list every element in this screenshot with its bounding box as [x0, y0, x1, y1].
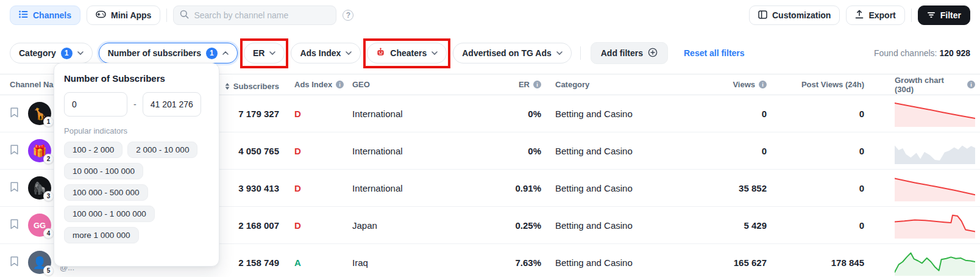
category-count-badge: 1	[61, 48, 73, 59]
search-icon	[180, 10, 189, 21]
ads-index-grade: A	[294, 257, 301, 268]
post-views-value: 0	[791, 109, 895, 119]
chevron-down-icon	[269, 51, 275, 55]
topbar-actions: Customization Export Filter	[749, 5, 970, 25]
filter-chip-tg-ads[interactable]: Advertised on TG Ads	[453, 43, 572, 63]
subscribers-count-badge: 1	[206, 48, 218, 59]
indicator-chip[interactable]: more 1 000 000	[64, 227, 139, 243]
avatar[interactable]: 🦍 3	[28, 176, 51, 200]
range-inputs: -	[64, 92, 209, 117]
reset-all-filters-link[interactable]: Reset all filters	[684, 48, 745, 58]
rank-badge: 1	[43, 117, 54, 127]
subscribers-value: 2 168 007	[218, 220, 279, 231]
col-header-geo[interactable]: GEO	[340, 80, 480, 89]
filter-chip-er[interactable]: ER	[244, 43, 285, 63]
growth-sparkline	[895, 174, 975, 201]
min-subscribers-input[interactable]	[64, 92, 127, 117]
col-header-ads-index[interactable]: Ads Indexi	[279, 80, 340, 89]
avatar[interactable]: 🦒 1	[28, 102, 51, 125]
topbar-divider-2	[911, 9, 912, 22]
top-bar: Channels Mini Apps ? Customization	[0, 0, 980, 30]
views-value: 165 627	[700, 257, 791, 268]
growth-sparkline	[895, 212, 975, 239]
subscribers-value: 3 930 413	[218, 183, 279, 193]
help-icon[interactable]: ?	[343, 10, 353, 21]
er-chip-label: ER	[253, 48, 265, 58]
col-header-subscribers[interactable]: Subscribers	[218, 79, 279, 91]
robot-icon	[376, 48, 385, 59]
geo-value: International	[340, 183, 480, 193]
category-value: Betting and Casino	[541, 146, 700, 156]
page: Channels Mini Apps ? Customization	[0, 0, 980, 277]
geo-value: Iraq	[340, 257, 480, 268]
col-header-growth-chart[interactable]: Growth chart (30d)i	[895, 76, 980, 94]
search-input[interactable]	[194, 10, 330, 20]
filter-button-label: Filter	[940, 10, 961, 20]
dropdown-title: Number of Subscribers	[64, 73, 209, 84]
channels-tab[interactable]: Channels	[10, 5, 80, 25]
mini-apps-tab-label: Mini Apps	[111, 10, 151, 20]
tg-ads-chip-label: Advertised on TG Ads	[462, 48, 552, 58]
indicator-chip[interactable]: 10 000 - 100 000	[64, 163, 143, 179]
ads-index-grade: D	[294, 146, 301, 156]
post-views-value: 0	[791, 183, 895, 193]
ads-index-grade: D	[294, 183, 301, 193]
channels-list-icon	[19, 10, 28, 20]
max-subscribers-input[interactable]	[143, 92, 201, 117]
bookmark-icon[interactable]	[10, 219, 19, 231]
export-icon	[855, 10, 864, 21]
indicator-chip[interactable]: 100 000 - 1 000 000	[64, 206, 155, 222]
indicator-chip[interactable]: 100 - 2 000	[64, 142, 122, 158]
filter-chip-ads-index[interactable]: Ads Index	[291, 43, 361, 63]
chevron-down-icon	[77, 51, 83, 55]
bookmark-icon[interactable]	[10, 256, 19, 268]
er-value: 0.25%	[480, 220, 541, 231]
mini-apps-tab[interactable]: Mini Apps	[87, 5, 160, 25]
gamepad-icon	[96, 10, 106, 20]
indicator-chip[interactable]: 100 000 - 500 000	[64, 184, 148, 201]
bookmark-icon[interactable]	[10, 182, 19, 194]
chevron-down-icon	[346, 51, 352, 55]
avatar[interactable]: GG 4	[28, 214, 51, 237]
rank-badge: 3	[43, 191, 54, 201]
subscribers-value: 7 179 327	[218, 109, 279, 119]
views-value: 0	[700, 109, 791, 119]
filterbar-divider	[580, 46, 581, 60]
col-header-er[interactable]: ERi	[480, 80, 541, 89]
add-filters-button[interactable]: Add filters	[591, 42, 668, 64]
export-button[interactable]: Export	[846, 5, 904, 25]
plus-circle-icon	[648, 48, 658, 59]
geo-value: Japan	[340, 220, 480, 231]
bookmark-icon[interactable]	[10, 107, 19, 120]
filter-chip-cheaters[interactable]: Cheaters	[367, 43, 447, 63]
sort-icon[interactable]	[225, 83, 230, 90]
filter-chip-category[interactable]: Category 1	[10, 43, 93, 63]
col-header-category[interactable]: Category	[541, 80, 700, 89]
geo-value: International	[340, 109, 480, 119]
category-chip-label: Category	[19, 48, 56, 58]
range-separator: -	[133, 99, 137, 109]
info-icon[interactable]: i	[967, 81, 975, 88]
geo-value: International	[340, 146, 480, 156]
subscribers-dropdown-panel: Number of Subscribers - Popular indicato…	[54, 63, 219, 267]
popular-indicators-label: Popular indicators	[64, 126, 209, 135]
filter-button[interactable]: Filter	[918, 5, 970, 25]
customization-button[interactable]: Customization	[749, 5, 840, 25]
avatar[interactable]: 🎁 2	[28, 139, 51, 162]
category-value: Betting and Casino	[541, 220, 700, 231]
avatar[interactable]: 👤 5	[28, 251, 51, 274]
post-views-value: 0	[791, 220, 895, 231]
er-value: 7.63%	[480, 257, 541, 268]
indicator-chip[interactable]: 2 000 - 10 000	[127, 142, 197, 158]
col-header-views[interactable]: Viewsi	[700, 80, 791, 89]
info-icon[interactable]: i	[759, 81, 767, 88]
ads-index-chip-label: Ads Index	[300, 48, 341, 58]
bookmark-icon[interactable]	[10, 145, 19, 157]
info-icon[interactable]: i	[533, 81, 541, 88]
growth-sparkline	[895, 137, 975, 164]
col-header-post-views[interactable]: Post Views (24h)	[791, 80, 895, 89]
channel-search[interactable]	[173, 5, 336, 25]
ads-index-grade: D	[294, 109, 301, 119]
layout-icon	[758, 10, 767, 21]
filter-chip-subscribers[interactable]: Number of subscribers 1	[99, 43, 238, 63]
